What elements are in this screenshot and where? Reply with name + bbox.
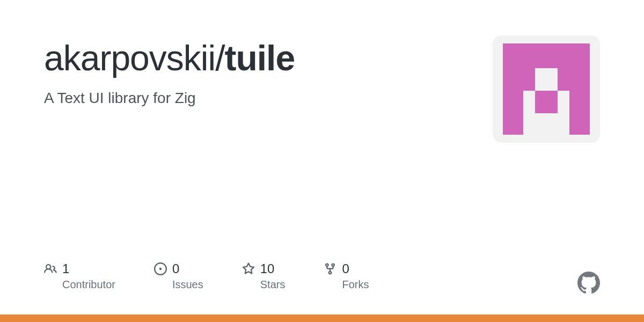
avatar-image xyxy=(501,43,592,135)
stat-stars[interactable]: 10 Stars xyxy=(242,261,286,291)
issue-icon xyxy=(154,262,167,275)
github-logo-icon[interactable] xyxy=(577,272,600,294)
stars-label: Stars xyxy=(260,279,286,291)
stars-count: 10 xyxy=(260,261,275,276)
repo-owner: akarpovskii xyxy=(44,38,215,78)
stat-forks[interactable]: 0 Forks xyxy=(324,261,369,291)
issues-count: 0 xyxy=(172,261,179,276)
header-row: akarpovskii/tuile A Text UI library for … xyxy=(44,39,600,143)
contributors-count: 1 xyxy=(62,261,69,276)
repo-name: tuile xyxy=(224,38,295,78)
svg-rect-2 xyxy=(503,91,523,135)
svg-rect-7 xyxy=(535,113,558,135)
stats-row: 1 Contributor 0 Issues 10 Stars xyxy=(44,261,369,291)
issues-label: Issues xyxy=(172,279,203,291)
repo-title[interactable]: akarpovskii/tuile xyxy=(44,39,493,78)
svg-rect-3 xyxy=(569,91,590,135)
title-block: akarpovskii/tuile A Text UI library for … xyxy=(44,39,493,107)
avatar[interactable] xyxy=(493,35,600,143)
repo-description: A Text UI library for Zig xyxy=(44,90,493,107)
svg-rect-6 xyxy=(558,91,569,135)
svg-rect-5 xyxy=(523,91,535,135)
contributors-label: Contributor xyxy=(62,279,115,291)
svg-rect-1 xyxy=(535,68,558,91)
stat-issues[interactable]: 0 Issues xyxy=(154,261,203,291)
people-icon xyxy=(44,262,57,275)
stat-contributors[interactable]: 1 Contributor xyxy=(44,261,115,291)
accent-bar xyxy=(0,314,644,322)
star-icon xyxy=(242,262,255,275)
repo-slash: / xyxy=(215,38,224,78)
forks-count: 0 xyxy=(342,261,349,276)
fork-icon xyxy=(324,262,336,275)
svg-rect-4 xyxy=(535,91,558,113)
social-preview-card: akarpovskii/tuile A Text UI library for … xyxy=(0,0,644,322)
forks-label: Forks xyxy=(342,279,369,291)
